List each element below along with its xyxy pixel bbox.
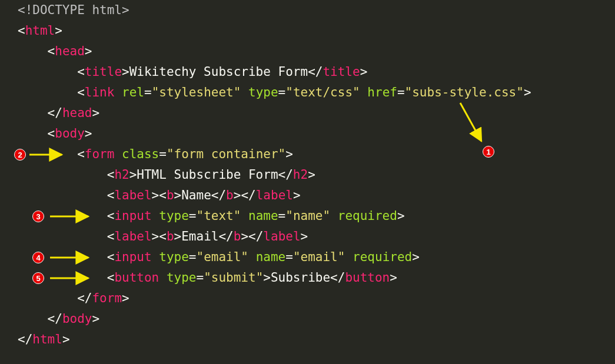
code-line: <head> <box>0 41 615 62</box>
code-line: <label><b>Name</b></label> <box>0 185 615 206</box>
code-line: </head> <box>0 103 615 123</box>
code-line: </body> <box>0 309 615 329</box>
annotation-badge-1: 1 <box>483 146 494 158</box>
code-line: <body> <box>0 123 615 144</box>
code-line: <title>Wikitechy Subscribe Form</title> <box>0 62 615 82</box>
code-line: <h2>HTML Subscribe Form</h2> <box>0 165 615 185</box>
annotation-badge-3: 3 <box>32 211 44 222</box>
code-line: <label><b>Email</b></label> <box>0 226 615 247</box>
code-line: <input type="email" name="email" require… <box>0 247 615 268</box>
doctype: <!DOCTYPE html> <box>18 3 129 17</box>
code-line: <input type="text" name="name" required> <box>0 206 615 226</box>
code-line: </html> <box>0 329 615 350</box>
annotation-badge-4: 4 <box>32 252 44 263</box>
code-line: <html> <box>0 21 615 41</box>
code-line: <form class="form container"> <box>0 144 615 165</box>
annotation-badge-2: 2 <box>14 149 26 161</box>
code-snippet: <!DOCTYPE html> <html> <head> <title>Wik… <box>0 0 615 364</box>
annotation-badge-5: 5 <box>32 272 44 284</box>
code-line: <!DOCTYPE html> <box>0 0 615 21</box>
code-line: </form> <box>0 288 615 309</box>
code-line: <link rel="stylesheet" type="text/css" h… <box>0 82 615 103</box>
code-line: <button type="submit">Subsribe</button> <box>0 268 615 288</box>
